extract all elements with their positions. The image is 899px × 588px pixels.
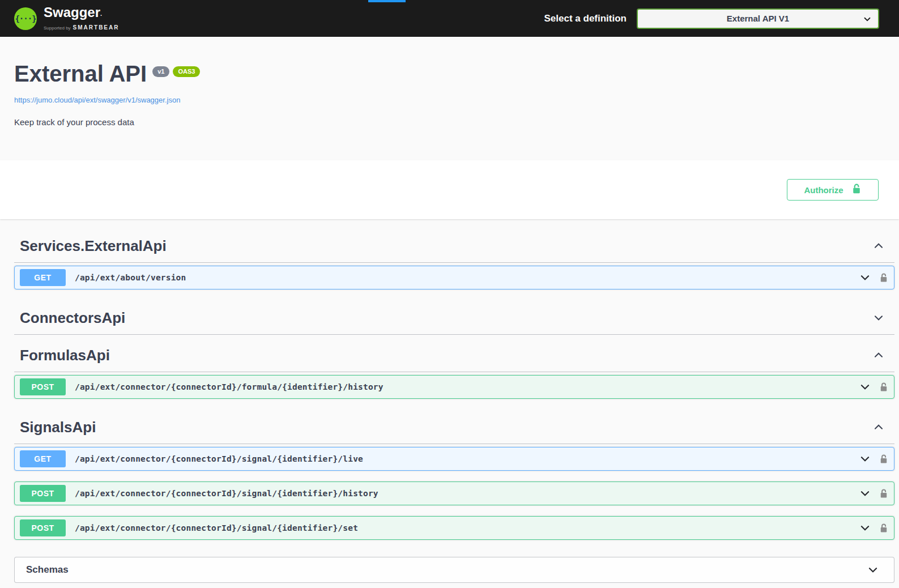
select-chevron-down-icon (862, 14, 872, 27)
operation-actions (859, 487, 888, 500)
operation-path: /api/ext/connector/{connectorId}/formula… (75, 382, 384, 391)
unlock-icon (851, 183, 862, 197)
section-title: Services.ExternalApi (20, 237, 167, 254)
section-title: SignalsApi (20, 419, 96, 436)
chevron-down-icon[interactable] (872, 312, 885, 324)
select-definition-label: Select a definition (544, 13, 627, 24)
operation-path: /api/ext/about/version (75, 273, 186, 282)
unlock-icon[interactable] (879, 523, 888, 534)
spec-url-link[interactable]: https://jumo.cloud/api/ext/swagger/v1/sw… (14, 96, 180, 104)
operation-row-post-signal-set[interactable]: POST /api/ext/connector/{connectorId}/si… (14, 516, 894, 540)
section-title: ConnectorsApi (20, 309, 125, 326)
title-row: External API v1 OAS3 (14, 61, 885, 87)
operation-row-post-signal-history[interactable]: POST /api/ext/connector/{connectorId}/si… (14, 482, 894, 505)
page-title: External API (14, 61, 147, 87)
supported-by-label: Supported by (44, 25, 71, 31)
title-badges: v1 OAS3 (152, 66, 200, 77)
chevron-down-icon[interactable] (859, 381, 871, 393)
operation-actions (859, 522, 888, 534)
chevron-down-icon[interactable] (859, 487, 871, 500)
schemas-panel[interactable]: Schemas (14, 557, 894, 583)
chevron-down-icon[interactable] (859, 522, 871, 534)
oas3-badge: OAS3 (173, 66, 200, 77)
method-badge-post: POST (20, 378, 66, 395)
operation-row-post-formula-history[interactable]: POST /api/ext/connector/{connectorId}/fo… (14, 375, 894, 399)
unlock-icon[interactable] (879, 272, 888, 283)
operation-actions (859, 453, 888, 465)
unlock-icon[interactable] (879, 382, 888, 393)
operation-actions (859, 381, 888, 393)
logo-text: Swagger Supported bySMARTBEAR (44, 5, 119, 32)
operations-wrapper: Services.ExternalApi GET /api/ext/about/… (0, 219, 899, 583)
schemas-title: Schemas (26, 564, 69, 576)
method-badge-post: POST (20, 485, 66, 502)
topbar: Swagger Supported bySMARTBEAR Select a d… (0, 0, 899, 37)
top-accent-bar (368, 0, 406, 2)
method-badge-get: GET (20, 269, 66, 286)
version-badge: v1 (152, 66, 169, 77)
chevron-down-icon[interactable] (859, 271, 871, 284)
operation-path: /api/ext/connector/{connectorId}/signal/… (75, 454, 363, 463)
method-badge-get: GET (20, 450, 66, 467)
scheme-container: Authorize (0, 160, 899, 219)
api-description: Keep track of your process data (14, 117, 885, 127)
operation-row-get-about-version[interactable]: GET /api/ext/about/version (14, 266, 894, 289)
unlock-icon[interactable] (879, 488, 888, 499)
swagger-logo[interactable]: Swagger Supported bySMARTBEAR (14, 5, 119, 32)
selected-definition-value: External API V1 (727, 14, 789, 23)
chevron-up-icon[interactable] (872, 421, 885, 433)
smartbear-brand: SMARTBEAR (73, 24, 120, 31)
section-header-signalsapi[interactable]: SignalsApi (14, 410, 894, 444)
chevron-down-icon[interactable] (859, 453, 871, 465)
section-header-formulasapi[interactable]: FormulasApi (14, 338, 894, 372)
unlock-icon[interactable] (879, 454, 888, 465)
section-header-connectorsapi[interactable]: ConnectorsApi (14, 300, 894, 335)
logo-title: Swagger (44, 5, 119, 21)
method-badge-post: POST (20, 519, 66, 536)
api-info-section: External API v1 OAS3 https://jumo.cloud/… (0, 37, 899, 160)
operation-path: /api/ext/connector/{connectorId}/signal/… (75, 489, 378, 498)
operation-row-get-signal-live[interactable]: GET /api/ext/connector/{connectorId}/sig… (14, 447, 894, 471)
chevron-up-icon[interactable] (872, 240, 885, 252)
definition-select[interactable]: External API V1 (637, 8, 879, 29)
chevron-up-icon[interactable] (872, 349, 885, 361)
authorize-label: Authorize (804, 185, 843, 195)
operation-path: /api/ext/connector/{connectorId}/signal/… (75, 523, 358, 532)
operation-actions (859, 271, 888, 284)
definition-selector-group: Select a definition External API V1 (544, 8, 879, 29)
section-header-services-externalapi[interactable]: Services.ExternalApi (14, 228, 894, 263)
chevron-down-icon[interactable] (867, 564, 879, 576)
authorize-button[interactable]: Authorize (787, 179, 879, 201)
logo-subtitle: Supported bySMARTBEAR (44, 22, 119, 32)
section-title: FormulasApi (20, 347, 110, 364)
swagger-logo-icon (14, 7, 37, 30)
